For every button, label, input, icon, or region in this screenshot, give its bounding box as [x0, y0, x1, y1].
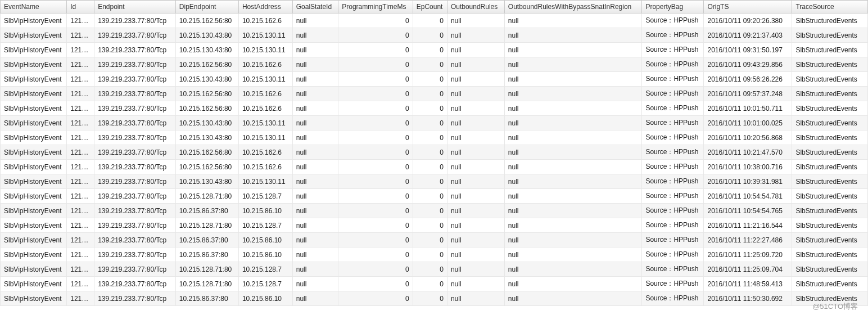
column-header-programmingTimeMs[interactable]: ProgrammingTimeMs	[338, 1, 413, 14]
cell-origTs: 2016/10/11 10:39:31.981	[704, 174, 792, 189]
cell-id: 121006	[67, 218, 94, 233]
cell-hostAddress: 10.215.86.10	[238, 291, 292, 306]
table-row[interactable]: SlbVipHistoryEvent121006139.219.233.77:8…	[1, 43, 868, 57]
data-grid[interactable]: EventNameIdEndpointDipEndpointHostAddres…	[0, 0, 868, 306]
cell-goalStateId: null	[292, 218, 338, 233]
cell-epCount: 0	[413, 116, 447, 130]
cell-outboundRulesWithBypass: null	[504, 28, 642, 43]
cell-id: 121006	[67, 101, 94, 116]
table-row[interactable]: SlbVipHistoryEvent121006139.219.233.77:8…	[1, 87, 868, 101]
cell-origTs: 2016/10/11 09:21:37.403	[704, 28, 792, 43]
table-row[interactable]: SlbVipHistoryEvent121006139.219.233.77:8…	[1, 291, 868, 306]
table-row[interactable]: SlbVipHistoryEvent121006139.219.233.77:8…	[1, 248, 868, 262]
column-header-epCount[interactable]: EpCount	[413, 1, 447, 14]
table-row[interactable]: SlbVipHistoryEvent121006139.219.233.77:8…	[1, 174, 868, 189]
table-row[interactable]: SlbVipHistoryEvent121006139.219.233.77:8…	[1, 28, 868, 43]
table-row[interactable]: SlbVipHistoryEvent121006139.219.233.77:8…	[1, 218, 868, 233]
column-header-outboundRulesWithBypass[interactable]: OutboundRulesWithBypassSnatInRegion	[504, 1, 642, 14]
table-row[interactable]: SlbVipHistoryEvent121006139.219.233.77:8…	[1, 116, 868, 130]
cell-propertyBag: Source：HPPush	[642, 101, 704, 116]
cell-goalStateId: null	[292, 14, 338, 28]
column-header-origTs[interactable]: OrigTS	[704, 1, 792, 14]
table-row[interactable]: SlbVipHistoryEvent121006139.219.233.77:8…	[1, 189, 868, 204]
cell-epCount: 0	[413, 204, 447, 218]
cell-outboundRules: null	[447, 174, 504, 189]
table-row[interactable]: SlbVipHistoryEvent121006139.219.233.77:8…	[1, 277, 868, 291]
cell-hostAddress: 10.215.162.6	[238, 87, 292, 101]
table-row[interactable]: SlbVipHistoryEvent121006139.219.233.77:8…	[1, 57, 868, 72]
cell-propertyBag: Source：HPPush	[642, 218, 704, 233]
cell-goalStateId: null	[292, 189, 338, 204]
table-row[interactable]: SlbVipHistoryEvent121006139.219.233.77:8…	[1, 233, 868, 248]
table-row[interactable]: SlbVipHistoryEvent121006139.219.233.77:8…	[1, 72, 868, 87]
column-header-hostAddress[interactable]: HostAddress	[238, 1, 292, 14]
cell-eventName: SlbVipHistoryEvent	[1, 189, 67, 204]
cell-programmingTimeMs: 0	[338, 101, 413, 116]
cell-origTs: 2016/10/11 09:56:26.226	[704, 72, 792, 87]
cell-eventName: SlbVipHistoryEvent	[1, 204, 67, 218]
cell-origTs: 2016/10/11 10:54:54.781	[704, 189, 792, 204]
cell-origTs: 2016/10/11 10:54:54.765	[704, 204, 792, 218]
cell-propertyBag: Source：HPPush	[642, 291, 704, 306]
cell-propertyBag: Source：HPPush	[642, 130, 704, 145]
cell-traceSource: SlbStructuredEvents	[792, 174, 868, 189]
cell-epCount: 0	[413, 57, 447, 72]
cell-origTs: 2016/10/11 10:21:47.570	[704, 145, 792, 160]
column-header-propertyBag[interactable]: PropertyBag	[642, 1, 704, 14]
cell-dipEndpoint: 10.215.86.37:80	[175, 233, 238, 248]
cell-traceSource: SlbStructuredEvents	[792, 57, 868, 72]
column-header-endpoint[interactable]: Endpoint	[94, 1, 176, 14]
cell-traceSource: SlbStructuredEvents	[792, 101, 868, 116]
grid-header: EventNameIdEndpointDipEndpointHostAddres…	[1, 1, 868, 14]
cell-epCount: 0	[413, 174, 447, 189]
cell-endpoint: 139.219.233.77:80/Tcp	[94, 101, 176, 116]
column-header-goalStateId[interactable]: GoalStateId	[292, 1, 338, 14]
cell-epCount: 0	[413, 130, 447, 145]
cell-goalStateId: null	[292, 248, 338, 262]
cell-eventName: SlbVipHistoryEvent	[1, 116, 67, 130]
cell-propertyBag: Source：HPPush	[642, 57, 704, 72]
cell-id: 121006	[67, 262, 94, 277]
column-header-dipEndpoint[interactable]: DipEndpoint	[175, 1, 238, 14]
cell-endpoint: 139.219.233.77:80/Tcp	[94, 174, 176, 189]
cell-origTs: 2016/10/11 09:43:29.856	[704, 57, 792, 72]
cell-id: 121006	[67, 189, 94, 204]
cell-id: 121006	[67, 116, 94, 130]
cell-endpoint: 139.219.233.77:80/Tcp	[94, 43, 176, 57]
cell-goalStateId: null	[292, 28, 338, 43]
table-row[interactable]: SlbVipHistoryEvent121006139.219.233.77:8…	[1, 130, 868, 145]
table-row[interactable]: SlbVipHistoryEvent121006139.219.233.77:8…	[1, 204, 868, 218]
table-row[interactable]: SlbVipHistoryEvent121006139.219.233.77:8…	[1, 101, 868, 116]
cell-eventName: SlbVipHistoryEvent	[1, 277, 67, 291]
cell-traceSource: SlbStructuredEvents	[792, 145, 868, 160]
table-row[interactable]: SlbVipHistoryEvent121006139.219.233.77:8…	[1, 14, 868, 28]
cell-hostAddress: 10.215.128.7	[238, 218, 292, 233]
column-header-id[interactable]: Id	[67, 1, 94, 14]
column-header-traceSource[interactable]: TraceSource	[792, 1, 868, 14]
cell-outboundRules: null	[447, 277, 504, 291]
cell-dipEndpoint: 10.215.162.56:80	[175, 101, 238, 116]
cell-endpoint: 139.219.233.77:80/Tcp	[94, 189, 176, 204]
cell-epCount: 0	[413, 14, 447, 28]
cell-goalStateId: null	[292, 87, 338, 101]
cell-hostAddress: 10.215.162.6	[238, 145, 292, 160]
table-row[interactable]: SlbVipHistoryEvent121006139.219.233.77:8…	[1, 145, 868, 160]
cell-propertyBag: Source：HPPush	[642, 43, 704, 57]
column-header-eventName[interactable]: EventName	[1, 1, 67, 14]
cell-origTs: 2016/10/11 11:48:59.413	[704, 277, 792, 291]
cell-outboundRulesWithBypass: null	[504, 218, 642, 233]
cell-goalStateId: null	[292, 101, 338, 116]
cell-programmingTimeMs: 0	[338, 116, 413, 130]
cell-dipEndpoint: 10.215.128.71:80	[175, 277, 238, 291]
cell-goalStateId: null	[292, 116, 338, 130]
cell-dipEndpoint: 10.215.162.56:80	[175, 145, 238, 160]
cell-origTs: 2016/10/11 11:25:09.720	[704, 248, 792, 262]
table-row[interactable]: SlbVipHistoryEvent121006139.219.233.77:8…	[1, 160, 868, 174]
cell-programmingTimeMs: 0	[338, 262, 413, 277]
table-row[interactable]: SlbVipHistoryEvent121006139.219.233.77:8…	[1, 262, 868, 277]
cell-outboundRules: null	[447, 204, 504, 218]
cell-propertyBag: Source：HPPush	[642, 189, 704, 204]
column-header-outboundRules[interactable]: OutboundRules	[447, 1, 504, 14]
cell-endpoint: 139.219.233.77:80/Tcp	[94, 72, 176, 87]
cell-traceSource: SlbStructuredEvents	[792, 248, 868, 262]
